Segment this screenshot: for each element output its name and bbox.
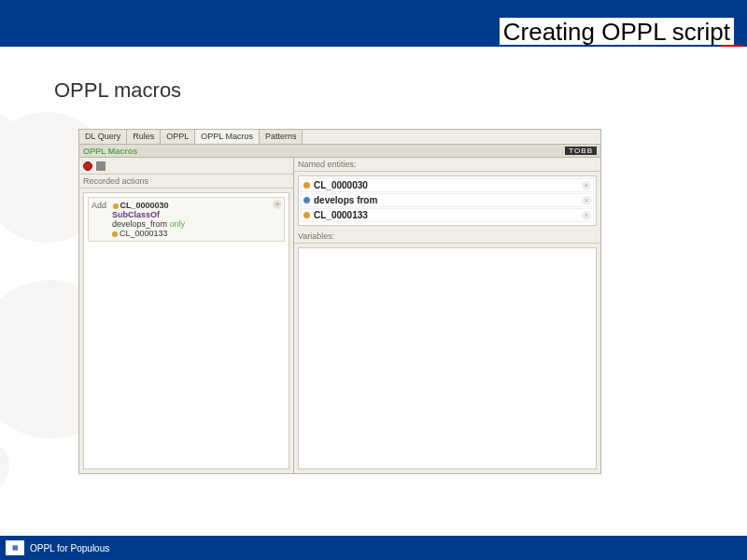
- entity-row[interactable]: CL_0000133 ×: [301, 208, 594, 222]
- entity-row[interactable]: develops from ×: [301, 193, 594, 207]
- tab-oppl[interactable]: OPPL: [161, 130, 195, 144]
- tabs-row: DL Query Rules OPPL OPPL Macros Patterns: [79, 130, 600, 145]
- panel-body: Recorded actions Add CL_0000030 SubClass…: [79, 158, 600, 473]
- remove-entity-button[interactable]: ×: [582, 211, 591, 220]
- remove-action-button[interactable]: ×: [273, 200, 282, 209]
- remove-entity-button[interactable]: ×: [582, 181, 591, 190]
- right-column: Named entities: CL_0000030 × develops fr…: [294, 158, 600, 473]
- action-entity-1: CL_0000030: [120, 201, 169, 210]
- entity-name: CL_0000030: [314, 180, 368, 190]
- recorded-actions-box: Add CL_0000030 SubClassOf develops_from …: [83, 192, 289, 469]
- action-item[interactable]: Add CL_0000030 SubClassOf develops_from …: [88, 197, 285, 242]
- footer-text: OPPL for Populous: [30, 543, 109, 553]
- record-button[interactable]: [83, 161, 92, 171]
- class-dot-icon: [112, 231, 118, 237]
- tab-oppl-macros[interactable]: OPPL Macros: [195, 130, 260, 144]
- subheader-badge: TOBB: [565, 147, 597, 155]
- variables-label: Variables:: [294, 230, 600, 244]
- class-dot-icon: [303, 182, 310, 189]
- property-dot-icon: [303, 197, 310, 203]
- entity-row[interactable]: CL_0000030 ×: [301, 178, 594, 192]
- action-add-label: Add: [92, 201, 106, 210]
- action-relation: develops_from only: [112, 219, 281, 229]
- footer-logo-icon: ▦: [6, 540, 24, 555]
- header-underline: [0, 45, 747, 47]
- variables-box: [298, 247, 597, 469]
- named-entities-label: Named entities:: [294, 158, 600, 172]
- action-entity-2: CL_0000133: [112, 229, 281, 238]
- action-subclassof: SubClassOf: [112, 210, 281, 219]
- footer-bar: ▦ OPPL for Populous: [0, 536, 747, 560]
- subheader-title: OPPL Macros: [83, 147, 137, 156]
- panel-subheader: OPPL Macros TOBB: [79, 145, 600, 158]
- app-panel: DL Query Rules OPPL OPPL Macros Patterns…: [78, 129, 601, 474]
- class-dot-icon: [303, 212, 310, 218]
- page-title: Creating OPPL script: [500, 18, 734, 47]
- tab-patterns[interactable]: Patterns: [260, 130, 303, 144]
- left-column: Recorded actions Add CL_0000030 SubClass…: [79, 158, 294, 473]
- section-subtitle: OPPL macros: [54, 78, 181, 103]
- remove-entity-button[interactable]: ×: [582, 196, 591, 205]
- tab-dl-query[interactable]: DL Query: [79, 130, 127, 144]
- recorded-actions-label: Recorded actions: [79, 175, 293, 189]
- entity-name: develops from: [314, 195, 377, 205]
- class-dot-icon: [113, 203, 119, 209]
- play-button[interactable]: [96, 161, 106, 171]
- action-only-keyword: only: [170, 219, 186, 229]
- named-entities-list: CL_0000030 × develops from × CL_0000133 …: [298, 175, 597, 226]
- entity-name: CL_0000133: [314, 210, 368, 220]
- tab-rules[interactable]: Rules: [127, 130, 161, 144]
- recorder-controls: [79, 158, 293, 175]
- red-accent: [721, 45, 743, 47]
- header-bar: Creating OPPL script: [0, 0, 747, 45]
